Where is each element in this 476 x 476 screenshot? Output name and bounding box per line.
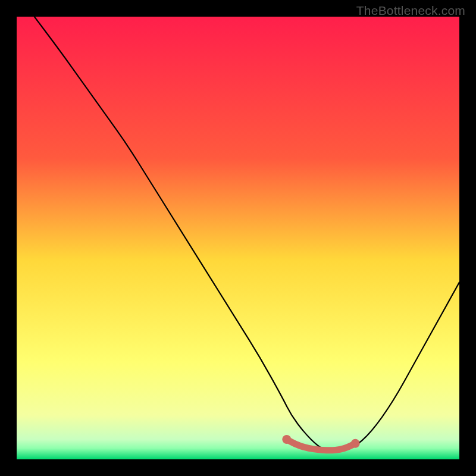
chart-plot-area: [17, 17, 459, 459]
highlight-endpoint-0: [282, 435, 291, 444]
highlight-endpoint-1: [351, 439, 360, 448]
chart-container: TheBottleneck.com: [0, 0, 476, 476]
chart-svg: [17, 17, 459, 459]
watermark-text: TheBottleneck.com: [356, 4, 465, 18]
